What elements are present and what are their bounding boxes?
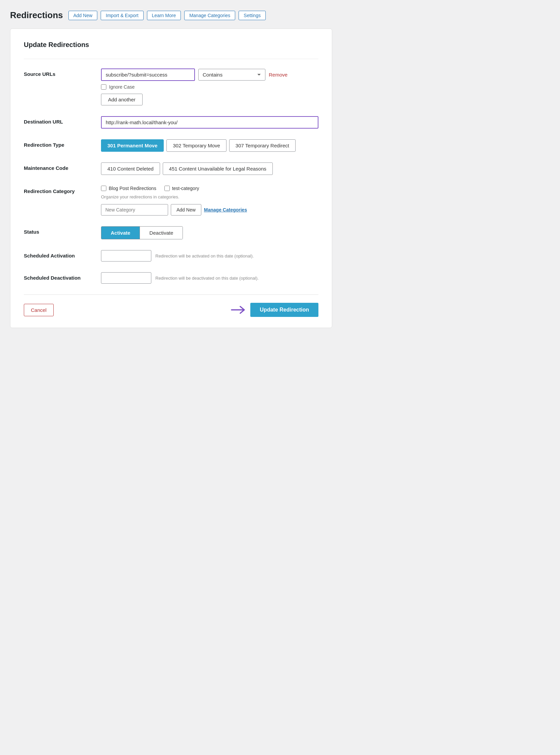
destination-url-content	[101, 116, 318, 129]
page-header: Redirections Add New Import & Export Lea…	[10, 10, 550, 20]
status-row: Status Activate Deactivate	[24, 226, 318, 239]
category-add-row: Add New Manage Categories	[101, 204, 318, 215]
category-blog-post-checkbox[interactable]	[101, 186, 106, 191]
activate-button[interactable]: Activate	[101, 227, 140, 239]
status-label: Status	[24, 226, 94, 235]
add-new-category-button[interactable]: Add New	[171, 204, 201, 215]
destination-url-row: Destination URL	[24, 116, 318, 129]
form-footer: Cancel Update Redirection	[24, 294, 318, 317]
learn-more-button[interactable]: Learn More	[147, 11, 181, 20]
type-301-button[interactable]: 301 Permanent Move	[101, 139, 164, 152]
scheduled-deactivation-hint: Redirection will be deactivated on this …	[155, 276, 259, 280]
scheduled-activation-content: Redirection will be activated on this da…	[101, 250, 318, 262]
ignore-case-row: Ignore Case	[101, 84, 318, 90]
type-307-button[interactable]: 307 Temporary Redirect	[229, 139, 296, 152]
maintenance-code-row: Maintenance Code 410 Content Deleted 451…	[24, 162, 318, 175]
type-302-button[interactable]: 302 Temporary Move	[166, 139, 226, 152]
ignore-case-checkbox[interactable]	[101, 84, 106, 90]
category-test-checkbox[interactable]	[164, 186, 170, 191]
new-category-input[interactable]	[101, 204, 168, 215]
add-another-button[interactable]: Add another	[101, 94, 143, 105]
status-buttons: Activate Deactivate	[101, 226, 183, 239]
source-urls-row: Source URLs Contains Remove Ignore Case …	[24, 69, 318, 105]
redirection-type-label: Redirection Type	[24, 139, 94, 148]
ignore-case-label: Ignore Case	[109, 84, 135, 90]
contains-select[interactable]: Contains	[198, 69, 265, 81]
category-test: test-category	[164, 186, 199, 191]
category-blog-post: Blog Post Redirections	[101, 186, 156, 191]
scheduled-deactivation-row: Scheduled Deactivation Redirection will …	[24, 272, 318, 284]
update-redirection-button[interactable]: Update Redirection	[250, 303, 318, 317]
category-checkboxes: Blog Post Redirections test-category	[101, 186, 318, 191]
source-urls-label: Source URLs	[24, 69, 94, 77]
settings-button[interactable]: Settings	[239, 11, 266, 20]
redirection-category-content: Blog Post Redirections test-category Org…	[101, 186, 318, 215]
scheduled-deactivation-inner: Redirection will be deactivated on this …	[101, 272, 318, 284]
scheduled-activation-inner: Redirection will be activated on this da…	[101, 250, 318, 262]
cancel-button[interactable]: Cancel	[24, 304, 54, 316]
destination-url-label: Destination URL	[24, 116, 94, 124]
category-hint: Organize your redirections in categories…	[101, 194, 318, 199]
scheduled-activation-label: Scheduled Activation	[24, 250, 94, 258]
scheduled-deactivation-content: Redirection will be deactivated on this …	[101, 272, 318, 284]
source-urls-content: Contains Remove Ignore Case Add another	[101, 69, 318, 105]
import-export-button[interactable]: Import & Export	[101, 11, 143, 20]
status-content: Activate Deactivate	[101, 226, 318, 239]
scheduled-deactivation-label: Scheduled Deactivation	[24, 272, 94, 280]
remove-link[interactable]: Remove	[269, 72, 287, 78]
scheduled-activation-hint: Redirection will be activated on this da…	[155, 253, 254, 258]
redirection-category-label: Redirection Category	[24, 186, 94, 194]
manage-categories-button[interactable]: Manage Categories	[184, 11, 235, 20]
arrow-right-icon	[231, 305, 245, 314]
manage-categories-link[interactable]: Manage Categories	[204, 207, 247, 213]
redirection-type-content: 301 Permanent Move 302 Temporary Move 30…	[101, 139, 318, 152]
form-card: Update Redirections Source URLs Contains…	[10, 28, 332, 328]
redirection-type-row: Redirection Type 301 Permanent Move 302 …	[24, 139, 318, 152]
page-title: Redirections	[10, 10, 63, 20]
source-url-input-row: Contains Remove	[101, 69, 318, 81]
redirection-category-row: Redirection Category Blog Post Redirecti…	[24, 186, 318, 215]
maintenance-code-content: 410 Content Deleted 451 Content Unavaila…	[101, 162, 318, 175]
maintenance-code-label: Maintenance Code	[24, 162, 94, 171]
footer-right: Update Redirection	[231, 303, 318, 317]
scheduled-activation-input[interactable]	[101, 250, 151, 262]
category-blog-post-label: Blog Post Redirections	[109, 186, 156, 191]
destination-url-input[interactable]	[101, 116, 318, 129]
type-451-button[interactable]: 451 Content Unavailable for Legal Reason…	[163, 162, 273, 175]
redirection-type-buttons: 301 Permanent Move 302 Temporary Move 30…	[101, 139, 318, 152]
maintenance-code-buttons: 410 Content Deleted 451 Content Unavaila…	[101, 162, 318, 175]
deactivate-button[interactable]: Deactivate	[140, 227, 182, 239]
scheduled-deactivation-input[interactable]	[101, 272, 151, 284]
category-test-label: test-category	[172, 186, 199, 191]
add-new-button[interactable]: Add New	[68, 11, 98, 20]
type-410-button[interactable]: 410 Content Deleted	[101, 162, 160, 175]
scheduled-activation-row: Scheduled Activation Redirection will be…	[24, 250, 318, 262]
source-url-input[interactable]	[101, 69, 195, 81]
form-title: Update Redirections	[24, 41, 318, 49]
